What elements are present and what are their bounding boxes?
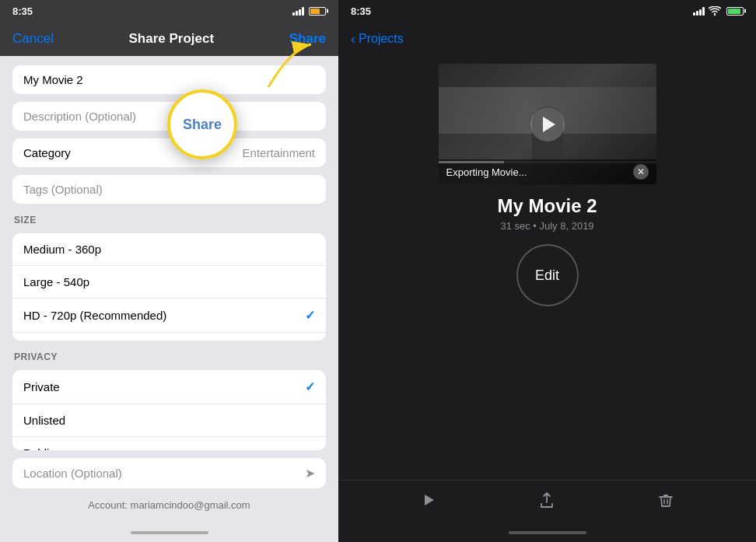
left-status-icons: [292, 6, 326, 16]
privacy-options-group: Private ✓ Unlisted Public: [12, 370, 326, 450]
right-status-bar: 8:35: [338, 0, 756, 22]
edit-button-label: Edit: [535, 268, 559, 284]
share-bubble-label: Share: [183, 117, 222, 133]
right-toolbar: [338, 480, 756, 523]
battery-icon: [309, 7, 326, 16]
size-option-large-label: Large - 540p: [23, 275, 89, 288]
edit-button[interactable]: Edit: [516, 244, 579, 306]
category-label: Category: [23, 146, 71, 159]
signal-icon: [292, 6, 304, 16]
privacy-option-private[interactable]: Private ✓: [12, 370, 326, 404]
right-signal-icon: [693, 6, 705, 16]
cancel-button[interactable]: Cancel: [12, 31, 54, 47]
right-battery-icon: [726, 7, 744, 16]
export-cancel-button[interactable]: ✕: [633, 164, 649, 180]
size-options-group: Medium - 360p Large - 540p HD - 720p (Re…: [12, 233, 326, 341]
privacy-option-unlisted[interactable]: Unlisted: [12, 404, 326, 437]
tags-field[interactable]: Tags (Optional): [12, 175, 326, 204]
play-overlay[interactable]: [530, 107, 565, 142]
movie-title: My Movie 2: [497, 195, 597, 217]
right-home-indicator: [338, 523, 756, 542]
exporting-overlay: Exporting Movie... ✕: [439, 159, 656, 184]
size-option-large[interactable]: Large - 540p: [12, 266, 326, 299]
left-status-time: 8:35: [12, 5, 33, 17]
wifi-icon: [709, 6, 721, 16]
right-nav-bar: ‹ Projects: [338, 22, 756, 56]
size-option-hd720-check: ✓: [305, 308, 315, 323]
size-option-hd720-label: HD - 720p (Recommended): [23, 309, 166, 322]
privacy-option-unlisted-label: Unlisted: [23, 414, 65, 427]
size-option-hd1080[interactable]: HD - 1080p: [12, 333, 326, 341]
nav-title: Share Project: [129, 31, 215, 47]
location-icon: ➤: [305, 466, 315, 481]
right-content: Exporting Movie... ✕ My Movie 2 31 sec •…: [338, 56, 756, 480]
category-row[interactable]: Category Entertainment: [12, 138, 326, 167]
left-home-bar: [131, 531, 208, 534]
share-toolbar-icon[interactable]: [538, 491, 555, 513]
size-section-header: SIZE: [12, 215, 326, 226]
share-dialog-panel: 8:35 Cancel Share Project Share My Movie…: [0, 0, 338, 542]
privacy-option-private-check: ✓: [305, 379, 315, 394]
left-home-indicator: [0, 523, 338, 542]
movie-meta: 31 sec • July 8, 2019: [500, 220, 593, 232]
size-option-medium-label: Medium - 360p: [23, 243, 101, 256]
right-status-time: 8:35: [351, 5, 371, 17]
account-text: Account: mariamcindoo@gmail.com: [12, 496, 326, 514]
title-field[interactable]: My Movie 2: [12, 65, 326, 94]
right-panel: 8:35 ‹ Projects: [338, 0, 756, 542]
category-value: Entertainment: [243, 146, 315, 159]
privacy-option-private-label: Private: [23, 380, 60, 393]
share-bubble[interactable]: Share: [167, 89, 237, 159]
back-label: Projects: [359, 32, 404, 46]
exporting-text: Exporting Movie...: [446, 166, 527, 178]
right-home-bar: [509, 531, 586, 534]
back-button[interactable]: ‹ Projects: [351, 31, 404, 47]
size-option-medium[interactable]: Medium - 360p: [12, 233, 326, 266]
play-toolbar-icon[interactable]: [420, 491, 437, 513]
play-icon: [543, 117, 555, 132]
trash-toolbar-icon[interactable]: [657, 491, 674, 513]
nav-bar: Cancel Share Project Share: [0, 22, 338, 56]
left-status-bar: 8:35: [0, 0, 338, 22]
privacy-option-public-label: Public: [23, 446, 55, 450]
chevron-left-icon: ‹: [351, 31, 355, 47]
video-thumbnail[interactable]: Exporting Movie... ✕: [439, 64, 656, 184]
size-option-hd720[interactable]: HD - 720p (Recommended) ✓: [12, 299, 326, 333]
privacy-option-public[interactable]: Public: [12, 437, 326, 450]
right-status-icons: [693, 6, 744, 16]
nav-share-button[interactable]: Share: [289, 31, 326, 47]
privacy-section-header: PRIVACY: [12, 351, 326, 362]
location-row[interactable]: Location (Optional) ➤: [12, 458, 326, 488]
location-placeholder: Location (Optional): [23, 467, 122, 480]
